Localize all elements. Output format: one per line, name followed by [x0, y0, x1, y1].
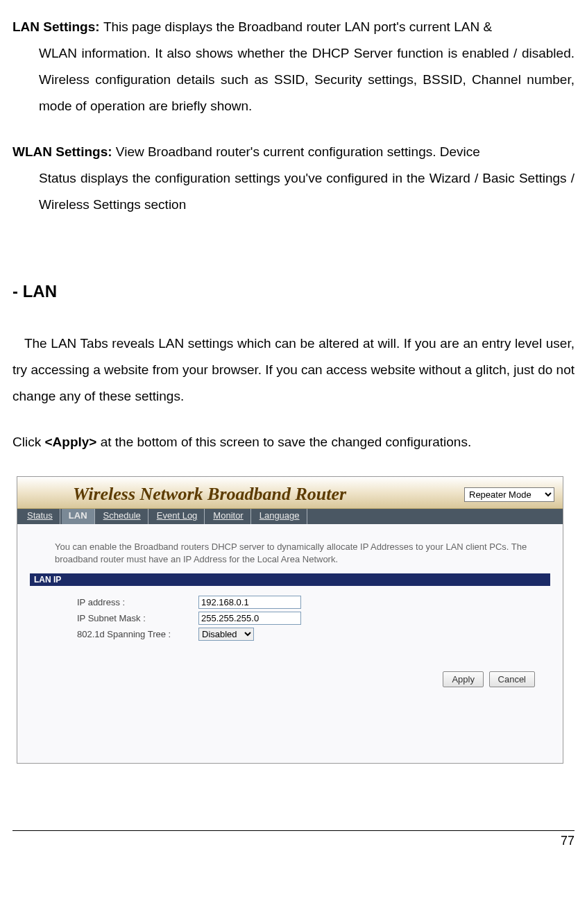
click-apply-instruction: Click <Apply> at the bottom of this scre…: [12, 429, 575, 455]
router-ui-panel: Wireless Network Broadband Router Repeat…: [17, 476, 563, 764]
lan-settings-line1: This page displays the Broadband router …: [103, 19, 492, 34]
page-footer: 77: [12, 830, 575, 848]
router-title: Wireless Network Broadband Router: [73, 484, 346, 505]
wlan-settings-rest: Status displays the configuration settin…: [12, 165, 575, 218]
click-pre: Click: [12, 435, 44, 449]
wlan-settings-label: WLAN Settings:: [12, 144, 116, 159]
apply-bold: <Apply>: [44, 435, 96, 449]
router-description: You can enable the Broadband routers DHC…: [55, 541, 542, 565]
ip-address-input[interactable]: [198, 596, 301, 609]
spanning-tree-select[interactable]: Disabled: [198, 628, 254, 641]
lan-heading: - LAN: [12, 282, 575, 301]
page-number: 77: [561, 834, 575, 848]
subnet-mask-label: IP Subnet Mask :: [77, 613, 198, 623]
subnet-mask-row: IP Subnet Mask :: [55, 612, 542, 625]
nav-lan[interactable]: LAN: [62, 509, 95, 524]
subnet-mask-input[interactable]: [198, 612, 301, 625]
nav-event-log[interactable]: Event Log: [150, 509, 205, 524]
wlan-settings-line1: View Broadband router's current configur…: [116, 144, 480, 159]
cancel-button[interactable]: Cancel: [489, 671, 535, 687]
lan-settings-label: LAN Settings:: [12, 19, 103, 34]
spanning-tree-row: 802.1d Spanning Tree : Disabled: [55, 628, 542, 641]
router-nav: Status LAN Schedule Event Log Monitor La…: [17, 509, 563, 524]
apply-button[interactable]: Apply: [443, 671, 484, 687]
button-row: Apply Cancel: [55, 671, 542, 687]
ip-address-row: IP address :: [55, 596, 542, 609]
lan-settings-rest: WLAN information. It also shows whether …: [12, 40, 575, 119]
nav-status[interactable]: Status: [20, 509, 60, 524]
lan-settings-paragraph: LAN Settings: This page displays the Bro…: [12, 14, 575, 119]
lan-ip-section-bar: LAN IP: [30, 573, 550, 586]
nav-monitor[interactable]: Monitor: [206, 509, 250, 524]
ip-address-label: IP address :: [77, 597, 198, 607]
nav-schedule[interactable]: Schedule: [96, 509, 148, 524]
spanning-tree-label: 802.1d Spanning Tree :: [77, 629, 198, 639]
nav-language[interactable]: Language: [253, 509, 307, 524]
wlan-settings-paragraph: WLAN Settings: View Broadband router's c…: [12, 139, 575, 218]
lan-intro-paragraph: The LAN Tabs reveals LAN settings which …: [12, 330, 575, 410]
router-header: Wireless Network Broadband Router Repeat…: [17, 477, 563, 509]
mode-select[interactable]: Repeater Mode: [464, 487, 554, 502]
click-post: at the bottom of this screen to save the…: [96, 435, 471, 449]
router-content: You can enable the Broadband routers DHC…: [17, 524, 563, 763]
